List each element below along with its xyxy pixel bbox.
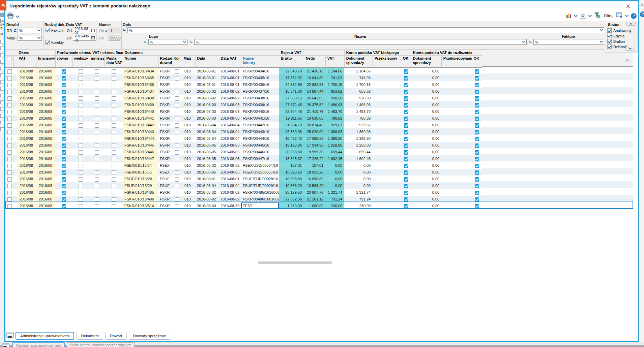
mniejszy-checkbox[interactable] bbox=[95, 76, 99, 81]
cell-kor[interactable] bbox=[172, 182, 182, 189]
cell-data_vat[interactable]: 2016-08-01 bbox=[219, 74, 241, 81]
cell-okres_fin[interactable]: 2016/08 bbox=[36, 135, 55, 142]
ok1-checkbox[interactable] bbox=[404, 184, 408, 188]
wiekszy-checkbox[interactable] bbox=[79, 184, 83, 188]
column-header-rodzaj[interactable]: Rodzaj dowodu bbox=[158, 56, 172, 68]
cell-numer_faktury[interactable]: FSKR/00439/16 bbox=[241, 101, 279, 108]
mag-select[interactable]: % bbox=[18, 35, 42, 41]
cell-kor[interactable] bbox=[172, 189, 182, 196]
cell-rowne[interactable] bbox=[55, 189, 72, 196]
cell-okres_fin[interactable]: 2016/08 bbox=[36, 142, 55, 149]
pusta_data_vat-checkbox[interactable] bbox=[112, 177, 116, 182]
cell-dok2[interactable]: 0,00 bbox=[411, 95, 441, 101]
cell-ok1[interactable] bbox=[401, 189, 411, 196]
cell-data[interactable]: 2016-08-02 bbox=[195, 88, 219, 95]
cell-data_vat[interactable]: 2016-08-03 bbox=[219, 101, 241, 108]
cell-dok2[interactable]: 0,00 bbox=[411, 162, 441, 169]
cell-vat[interactable]: 1 493,70 bbox=[325, 108, 344, 115]
cell-dok2[interactable]: 0,00 bbox=[411, 169, 441, 176]
logo-select[interactable]: % bbox=[148, 39, 187, 45]
cell-kor[interactable] bbox=[172, 68, 182, 75]
cell-kor[interactable] bbox=[172, 122, 182, 128]
cell-dok2[interactable]: 0,00 bbox=[411, 88, 441, 95]
cell-przeks1[interactable] bbox=[373, 128, 401, 135]
mniejszy-checkbox[interactable] bbox=[95, 103, 99, 107]
cell-vat[interactable]: 780,82 bbox=[325, 115, 344, 122]
cell-pusta_data_vat[interactable] bbox=[105, 122, 123, 128]
cell-numer[interactable]: FSKR/010/16/435 bbox=[123, 74, 158, 81]
footer-tab[interactable]: Administracja uprawnieniami bbox=[16, 332, 74, 340]
rowne-checkbox[interactable] bbox=[62, 144, 66, 148]
column-header-data[interactable]: Data bbox=[195, 56, 219, 68]
cell-ok1[interactable] bbox=[401, 74, 411, 81]
cell-przeks1[interactable] bbox=[373, 169, 401, 176]
cell-brutto[interactable]: 27 872,45 bbox=[279, 101, 304, 108]
cell-wiekszy[interactable] bbox=[72, 122, 89, 128]
cell-przeks1[interactable] bbox=[373, 122, 401, 128]
ok1-checkbox[interactable] bbox=[404, 110, 408, 114]
cell-wiekszy[interactable] bbox=[72, 115, 89, 122]
cell-mag[interactable]: 010 bbox=[182, 155, 195, 162]
print-dropdown-icon[interactable] bbox=[16, 14, 19, 18]
cell-dok1[interactable]: 929,67 bbox=[344, 122, 373, 128]
mniejszy-checkbox[interactable] bbox=[95, 123, 99, 128]
cell-dok1[interactable]: 1 493,70 bbox=[344, 108, 373, 115]
cell-ok1[interactable] bbox=[401, 122, 411, 128]
cell-ok2[interactable] bbox=[472, 115, 482, 122]
cell-pusta_data_vat[interactable] bbox=[105, 196, 123, 202]
cell-okres_vat[interactable]: 2016/08 bbox=[17, 135, 36, 142]
kor-checkbox[interactable] bbox=[175, 150, 179, 155]
table-row[interactable]: 2016/082016/08FSKR/010/16/438FSKR0102016… bbox=[5, 95, 482, 101]
cell-dok1[interactable]: 653,62 bbox=[344, 88, 373, 95]
cell-rowne[interactable] bbox=[55, 176, 72, 182]
cell-ok2[interactable] bbox=[472, 74, 482, 81]
rowne-checkbox[interactable] bbox=[62, 204, 66, 209]
cell-kor[interactable] bbox=[172, 142, 182, 149]
cell-okres_vat[interactable]: 2016/08 bbox=[17, 149, 36, 155]
cell-brutto[interactable]: 27 563,15 bbox=[279, 95, 304, 101]
cell-kor[interactable] bbox=[172, 169, 182, 176]
cell-sel[interactable] bbox=[5, 189, 13, 196]
pusta_data_vat-checkbox[interactable] bbox=[112, 164, 116, 168]
cell-numer[interactable]: FSEX/010/16/54 bbox=[123, 162, 158, 169]
cell-numer_faktury[interactable]: FSEX/USD/00055/16 bbox=[241, 169, 279, 176]
cell-okres_vat[interactable]: 2016/08 bbox=[17, 81, 36, 88]
cell-data_vat[interactable]: 2016-08-04 bbox=[219, 128, 241, 135]
rowne-checkbox[interactable] bbox=[62, 110, 66, 114]
cell-okres_vat[interactable]: 2016/08 bbox=[17, 115, 36, 122]
pusta_data_vat-checkbox[interactable] bbox=[112, 96, 116, 101]
cell-wiekszy[interactable] bbox=[72, 135, 89, 142]
cell-brutto[interactable]: 107,01 bbox=[279, 162, 304, 169]
cell-mniejszy[interactable] bbox=[89, 182, 105, 189]
cell-kor[interactable] bbox=[172, 135, 182, 142]
cell-okres_vat[interactable]: 2016/08 bbox=[17, 122, 36, 128]
horizontal-scrollbar-thumb[interactable] bbox=[258, 261, 332, 264]
cell-dok1[interactable]: 741,03 bbox=[344, 74, 373, 81]
cell-dok2[interactable]: 0,00 bbox=[411, 176, 441, 182]
calendar-icon[interactable] bbox=[91, 29, 95, 33]
cell-sel[interactable] bbox=[5, 101, 13, 108]
cell-kor[interactable] bbox=[172, 101, 182, 108]
cell-rodzaj[interactable]: FSKR bbox=[158, 122, 172, 128]
sel-checkbox[interactable] bbox=[7, 150, 12, 155]
ok2-checkbox[interactable] bbox=[475, 130, 479, 134]
cell-pusta_data_vat[interactable] bbox=[105, 155, 123, 162]
cell-ok2[interactable] bbox=[472, 88, 482, 95]
data-vat-od-input[interactable]: 2016-08-01 bbox=[73, 28, 96, 33]
kor-checkbox[interactable] bbox=[175, 69, 179, 74]
table-row[interactable]: 2016/082016/08FSUE/010/16/29FSUE0102016-… bbox=[5, 182, 482, 189]
ok1-checkbox[interactable] bbox=[404, 83, 408, 87]
cell-vat[interactable]: 929,67 bbox=[325, 122, 344, 128]
cell-przeks2[interactable] bbox=[441, 115, 472, 122]
column-header-okres_vat[interactable]: VAT bbox=[17, 56, 36, 68]
mniejszy-checkbox[interactable] bbox=[95, 177, 99, 182]
kor-checkbox[interactable] bbox=[175, 123, 179, 128]
table-row[interactable]: 2016/082016/08FSKR/010/16/486FSKR0102016… bbox=[5, 196, 482, 202]
column-header-kor[interactable]: Kor bbox=[172, 56, 182, 68]
ok2-checkbox[interactable] bbox=[475, 191, 479, 195]
cell-mag[interactable]: 010 bbox=[182, 202, 195, 209]
wiekszy-checkbox[interactable] bbox=[79, 90, 83, 94]
ok2-checkbox[interactable] bbox=[475, 90, 479, 94]
table-row[interactable]: 2016/082016/08FSKR/010/16/447FSKR0102016… bbox=[5, 155, 482, 162]
cell-ok2[interactable] bbox=[472, 101, 482, 108]
